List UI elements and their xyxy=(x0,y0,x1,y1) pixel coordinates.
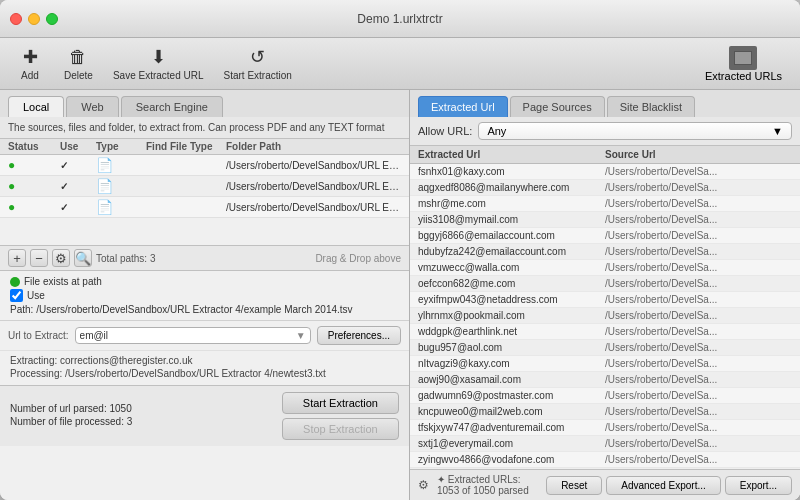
url-table-row[interactable]: bggyj6866@emailaccount.com /Users/robert… xyxy=(410,228,800,244)
close-button[interactable] xyxy=(10,13,22,25)
url-table-row[interactable]: aqgxedf8086@mailanywhere.com /Users/robe… xyxy=(410,180,800,196)
use-checkbox[interactable] xyxy=(10,289,23,302)
source-url-cell: /Users/roberto/DevelSa... xyxy=(605,438,792,449)
url-table-row[interactable]: oefccon682@me.com /Users/roberto/DevelSa… xyxy=(410,276,800,292)
allow-url-select[interactable]: Any ▼ xyxy=(478,122,792,140)
add-file-button[interactable]: + xyxy=(8,249,26,267)
source-url-cell: /Users/roberto/DevelSa... xyxy=(605,230,792,241)
settings-file-button[interactable]: ⚙ xyxy=(52,249,70,267)
extracted-urls-label: Extracted URLs xyxy=(705,70,782,82)
url-col-extracted: Extracted Url xyxy=(418,149,605,160)
tab-extracted-url[interactable]: Extracted Url xyxy=(418,96,508,117)
folder-path: /Users/roberto/DevelSandbox/URL Extracto… xyxy=(226,202,401,213)
search-file-button[interactable]: 🔍 xyxy=(74,249,92,267)
url-table-row[interactable]: kncpuweo0@mail2web.com /Users/roberto/De… xyxy=(410,404,800,420)
allow-url-chevron: ▼ xyxy=(772,125,783,137)
extracted-url-cell: fsnhx01@kaxy.com xyxy=(418,166,605,177)
status-dot: ● xyxy=(8,158,60,172)
url-dropdown-icon[interactable]: ▼ xyxy=(296,330,306,341)
url-table-row[interactable]: zyingwvo4866@vodafone.com /Users/roberto… xyxy=(410,452,800,468)
source-url-cell: /Users/roberto/DevelSa... xyxy=(605,326,792,337)
url-table-row[interactable]: fsnhx01@kaxy.com /Users/roberto/DevelSa.… xyxy=(410,164,800,180)
url-table-row[interactable]: vmzuwecc@walla.com /Users/roberto/DevelS… xyxy=(410,260,800,276)
extracted-url-cell: yiis3108@mymail.com xyxy=(418,214,605,225)
url-parsed-value: 1050 xyxy=(110,403,132,414)
path-value: /Users/roberto/DevelSandbox/URL Extracto… xyxy=(36,304,352,315)
url-table-row[interactable]: eyxifmpw043@netaddress.com /Users/robert… xyxy=(410,292,800,308)
reset-button[interactable]: Reset xyxy=(546,476,602,495)
minimize-button[interactable] xyxy=(28,13,40,25)
start-extraction-button[interactable]: Start Extraction xyxy=(282,392,399,414)
start-extraction-label: Start Extraction xyxy=(224,70,292,81)
use-check: ✓ xyxy=(60,160,96,171)
add-label: Add xyxy=(21,70,39,81)
file-table-row[interactable]: ● ✓ 📄 /Users/roberto/DevelSandbox/URL Ex… xyxy=(0,155,409,176)
save-url-button[interactable]: ⬇ Save Extracted URL xyxy=(107,42,210,85)
tab-local[interactable]: Local xyxy=(8,96,64,117)
left-panel: Local Web Search Engine The sources, fil… xyxy=(0,90,410,500)
extracted-url-cell: aqgxedf8086@mailanywhere.com xyxy=(418,182,605,193)
toolbar: ✚ Add 🗑 Delete ⬇ Save Extracted URL ↺ St… xyxy=(0,38,800,90)
source-url-cell: /Users/roberto/DevelSa... xyxy=(605,358,792,369)
main-content: Local Web Search Engine The sources, fil… xyxy=(0,90,800,500)
save-url-label: Save Extracted URL xyxy=(113,70,204,81)
source-url-cell: /Users/roberto/DevelSa... xyxy=(605,390,792,401)
tab-web[interactable]: Web xyxy=(66,96,118,117)
url-table-row[interactable]: aowj90@xasamail.com /Users/roberto/Devel… xyxy=(410,372,800,388)
folder-path: /Users/roberto/DevelSandbox/URL Extracto… xyxy=(226,181,401,192)
url-table-row[interactable]: bugu957@aol.com /Users/roberto/DevelSa..… xyxy=(410,340,800,356)
extracted-url-cell: bggyj6866@emailaccount.com xyxy=(418,230,605,241)
bottom-status: Number of url parsed: 1050 Number of fil… xyxy=(0,385,409,446)
url-table-row[interactable]: gadwumn69@postmaster.com /Users/roberto/… xyxy=(410,388,800,404)
remove-file-button[interactable]: − xyxy=(30,249,48,267)
col-folder-path: Folder Path xyxy=(226,141,401,152)
start-extraction-toolbar-button[interactable]: ↺ Start Extraction xyxy=(218,42,298,85)
col-status: Status xyxy=(8,141,60,152)
delete-button[interactable]: 🗑 Delete xyxy=(58,43,99,85)
url-table-row[interactable]: wddgpk@earthlink.net /Users/roberto/Deve… xyxy=(410,324,800,340)
stop-extraction-button[interactable]: Stop Extraction xyxy=(282,418,399,440)
advanced-export-button[interactable]: Advanced Export... xyxy=(606,476,721,495)
extracted-url-cell: wddgpk@earthlink.net xyxy=(418,326,605,337)
maximize-button[interactable] xyxy=(46,13,58,25)
file-table-row[interactable]: ● ✓ 📄 /Users/roberto/DevelSandbox/URL Ex… xyxy=(0,176,409,197)
url-col-source: Source Url xyxy=(605,149,792,160)
url-table-body[interactable]: fsnhx01@kaxy.com /Users/roberto/DevelSa.… xyxy=(410,164,800,469)
status-dot: ● xyxy=(8,200,60,214)
tab-page-sources[interactable]: Page Sources xyxy=(510,96,605,117)
extracted-url-cell: mshr@me.com xyxy=(418,198,605,209)
file-table-row[interactable]: ● ✓ 📄 /Users/roberto/DevelSandbox/URL Ex… xyxy=(0,197,409,218)
drag-drop-label: Drag & Drop above xyxy=(315,253,401,264)
export-button[interactable]: Export... xyxy=(725,476,792,495)
tab-search-engine[interactable]: Search Engine xyxy=(121,96,223,117)
preferences-button[interactable]: Preferences... xyxy=(317,326,401,345)
extracted-url-cell: kncpuweo0@mail2web.com xyxy=(418,406,605,417)
status-dot: ● xyxy=(8,179,60,193)
url-table-row[interactable]: yiis3108@mymail.com /Users/roberto/Devel… xyxy=(410,212,800,228)
extracted-url-cell: eyxifmpw043@netaddress.com xyxy=(418,294,605,305)
url-table-row[interactable]: hdubyfza242@emailaccount.com /Users/robe… xyxy=(410,244,800,260)
tab-site-blacklist[interactable]: Site Blacklist xyxy=(607,96,695,117)
description-text: The sources, files and folder, to extrac… xyxy=(8,122,384,133)
source-url-cell: /Users/roberto/DevelSa... xyxy=(605,374,792,385)
save-icon: ⬇ xyxy=(151,46,166,68)
gear-icon[interactable]: ⚙ xyxy=(418,478,429,492)
extracted-urls-button[interactable]: Extracted URLs xyxy=(697,42,790,86)
url-table-row[interactable]: tfskjxyw747@adventuremail.com /Users/rob… xyxy=(410,420,800,436)
url-table-row[interactable]: mshr@me.com /Users/roberto/DevelSa... xyxy=(410,196,800,212)
source-url-cell: /Users/roberto/DevelSa... xyxy=(605,166,792,177)
extracted-url-cell: zyingwvo4866@vodafone.com xyxy=(418,454,605,465)
file-table-header: Status Use Type Find File Type Folder Pa… xyxy=(0,139,409,155)
url-input-wrap[interactable]: ▼ xyxy=(75,327,311,344)
url-table-row[interactable]: sxtj1@everymail.com /Users/roberto/Devel… xyxy=(410,436,800,452)
main-window: Demo 1.urlxtrctr ✚ Add 🗑 Delete ⬇ Save E… xyxy=(0,0,800,500)
col-type: Type xyxy=(96,141,146,152)
add-button[interactable]: ✚ Add xyxy=(10,42,50,85)
url-table-row[interactable]: nItvagzi9@kaxy.com /Users/roberto/DevelS… xyxy=(410,356,800,372)
processing-label: Processing: xyxy=(10,368,62,379)
total-paths: Total paths: 3 xyxy=(96,253,155,264)
file-table-body[interactable]: ● ✓ 📄 /Users/roberto/DevelSandbox/URL Ex… xyxy=(0,155,409,245)
url-extract-input[interactable] xyxy=(80,330,294,341)
url-table-row[interactable]: ylhrnmx@pookmail.com /Users/roberto/Deve… xyxy=(410,308,800,324)
source-url-cell: /Users/roberto/DevelSa... xyxy=(605,198,792,209)
